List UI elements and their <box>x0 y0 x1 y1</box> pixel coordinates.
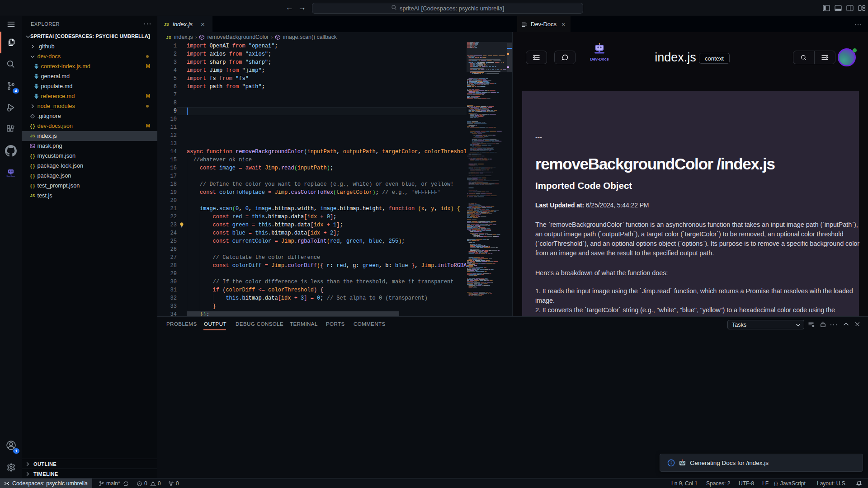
svg-text:Dev-Docs: Dev-Docs <box>7 175 15 177</box>
